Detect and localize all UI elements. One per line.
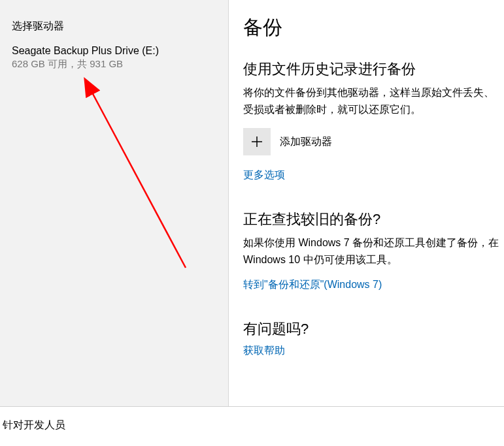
section-heading-file-history: 使用文件历史记录进行备份 (243, 59, 504, 79)
section-text-older-backup: 如果你使用 Windows 7 备份和还原工具创建了备份，在 Windows 1… (243, 234, 504, 268)
get-help-link[interactable]: 获取帮助 (243, 344, 285, 358)
drive-item-seagate[interactable]: Seagate Backup Plus Drive (E:) 628 GB 可用… (12, 45, 216, 71)
section-heading-older-backup: 正在查找较旧的备份? (243, 210, 504, 229)
page-title: 备份 (243, 14, 504, 41)
drive-space-info: 628 GB 可用，共 931 GB (12, 58, 216, 71)
more-options-link[interactable]: 更多选项 (243, 168, 285, 182)
sidebar-title: 选择驱动器 (12, 20, 216, 33)
plus-icon (243, 128, 271, 155)
add-drive-label: 添加驱动器 (280, 135, 332, 149)
section-file-history: 使用文件历史记录进行备份 将你的文件备份到其他驱动器，这样当原始文件丢失、受损或… (243, 59, 504, 210)
add-drive-button[interactable]: 添加驱动器 (243, 128, 504, 155)
section-help: 有问题吗? 获取帮助 (243, 319, 504, 358)
developer-footer-label: 针对开发人员 (3, 419, 65, 430)
section-heading-help: 有问题吗? (243, 319, 504, 339)
backup-main-panel: 备份 使用文件历史记录进行备份 将你的文件备份到其他驱动器，这样当原始文件丢失、… (229, 0, 504, 406)
section-text-file-history: 将你的文件备份到其他驱动器，这样当原始文件丢失、受损或者被删除时，就可以还原它们… (243, 84, 504, 118)
developer-footer[interactable]: 针对开发人员 (0, 407, 504, 432)
section-older-backup: 正在查找较旧的备份? 如果你使用 Windows 7 备份和还原工具创建了备份，… (243, 210, 504, 319)
drive-select-sidebar: 选择驱动器 Seagate Backup Plus Drive (E:) 628… (0, 0, 229, 406)
go-to-backup-restore-link[interactable]: 转到"备份和还原"(Windows 7) (243, 278, 382, 292)
drive-name: Seagate Backup Plus Drive (E:) (12, 45, 216, 57)
